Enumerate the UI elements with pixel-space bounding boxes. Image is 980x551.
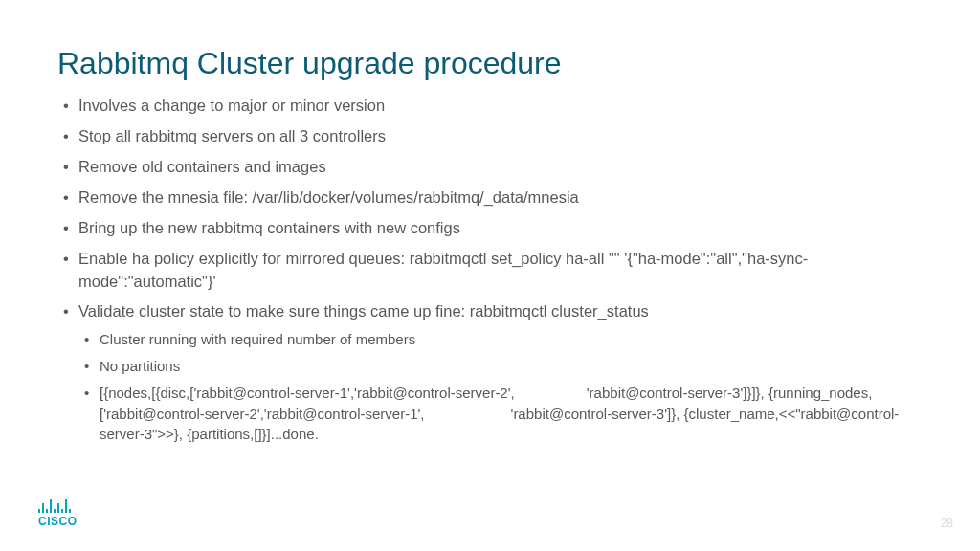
list-item: No partitions (78, 356, 923, 377)
sub-bullet-list: Cluster running with required number of … (78, 329, 923, 445)
list-item: Bring up the new rabbitmq containers wit… (57, 217, 923, 240)
bullet-list: Involves a change to major or minor vers… (57, 95, 923, 445)
list-item: Validate cluster state to make sure thin… (57, 300, 923, 445)
list-item: Stop all rabbitmq servers on all 3 contr… (57, 125, 923, 148)
slide: Rabbitmq Cluster upgrade procedure Invol… (0, 0, 980, 551)
cisco-logo: CISCO (38, 499, 78, 528)
brand-text: CISCO (38, 515, 78, 528)
list-item: [{nodes,[{disc,['rabbit@control-server-1… (78, 383, 923, 445)
list-item: Remove old containers and images (57, 156, 923, 179)
logo-bars-icon (38, 499, 71, 513)
list-item: Involves a change to major or minor vers… (57, 95, 923, 118)
page-number: 28 (941, 517, 953, 530)
list-item: Enable ha policy explicitly for mirrored… (57, 248, 923, 294)
list-item: Remove the mnesia file: /var/lib/docker/… (57, 187, 923, 209)
list-item-text: Validate cluster state to make sure thin… (78, 302, 649, 320)
slide-title: Rabbitmq Cluster upgrade procedure (57, 46, 923, 81)
list-item: Cluster running with required number of … (78, 329, 923, 350)
